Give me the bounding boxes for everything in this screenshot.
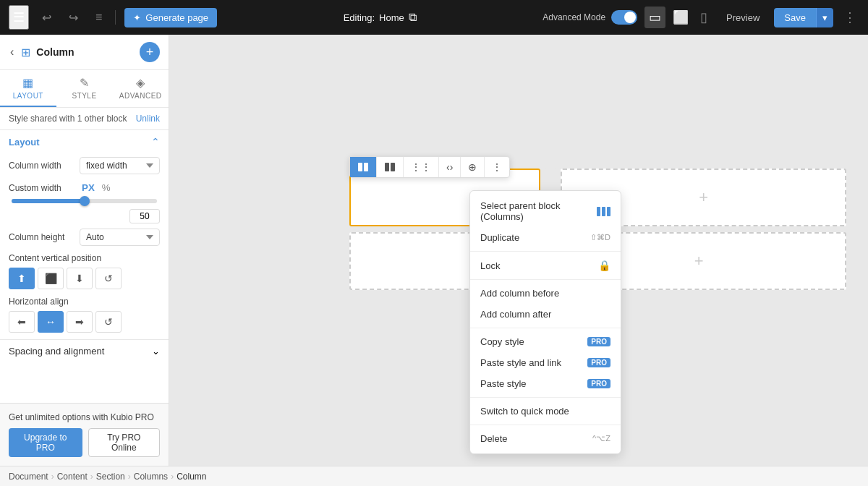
more-options-button[interactable]: ⋮ [841,7,859,28]
content-vertical-row: Content vertical position ⬆ ⬛ ⬇ ↺ [0,250,169,293]
layout-tab-icon: ▦ [22,76,34,90]
ctx-lock-label: Lock [480,260,500,271]
ctx-switch-quick[interactable]: Switch to quick mode [470,401,621,422]
two-col-icon [384,161,396,173]
preview-button[interactable]: Preview [719,8,767,27]
slider-thumb[interactable] [80,196,90,206]
spacing-section-header[interactable]: Spacing and alignment ⌄ [0,339,169,362]
ctx-paste-style[interactable]: Paste style PRO [470,373,621,394]
bc-sep-1: › [51,472,54,482]
history-button[interactable]: ≡ [91,8,106,27]
breadcrumb: Document › Content › Section › Columns ›… [0,466,868,486]
vp-bottom-button[interactable]: ⬇ [67,268,93,289]
ctx-delete-shortcut: ^⌥Z [592,434,610,443]
sidebar: ‹ ⊞ Column + ▦ LAYOUT ✎ STYLE ◈ ADVANCED… [0,35,169,466]
ha-right-button[interactable]: ➡ [67,311,93,333]
bc-sep-2: › [90,472,93,482]
tab-layout[interactable]: ▦ LAYOUT [0,70,56,107]
undo-button[interactable]: ↩ [38,8,56,27]
sidebar-back-button[interactable]: ‹ [9,44,15,60]
ctx-divider-3 [470,328,621,328]
save-dropdown-button[interactable]: ▾ [816,8,833,27]
column-width-row: Column width fixed width [0,153,169,178]
style-shared-notice: Style shared with 1 other block Unlink [0,108,169,130]
add-block-button[interactable]: + [140,42,160,62]
toolbar-more-button[interactable]: ⋮ [485,157,509,177]
bc-columns[interactable]: Columns [134,472,168,482]
advanced-mode-switch[interactable] [611,10,637,25]
sidebar-tabs: ▦ LAYOUT ✎ STYLE ◈ ADVANCED [0,70,169,108]
width-slider-track[interactable] [12,199,157,203]
tab-advanced[interactable]: ◈ ADVANCED [112,70,169,107]
topbar-right: Advanced Mode ▭ ⬜ ▯ Preview Save ▾ ⋮ [542,7,859,28]
ctx-paste-style-link[interactable]: Paste style and link PRO [470,352,621,373]
columns-icon [357,161,369,173]
vp-middle-button[interactable]: ⬛ [38,268,64,289]
editing-info: Editing: Home ⧉ [344,11,417,24]
unlink-link[interactable]: Unlink [136,114,160,124]
width-value-input[interactable]: 50 [129,209,160,223]
toolbar-grid-button[interactable]: ⋮⋮ [404,157,439,177]
sidebar-panel-title: Column [36,46,74,58]
ctx-add-col-after[interactable]: Add column after [470,304,621,325]
svg-rect-0 [358,163,362,171]
toolbar-two-col-button[interactable] [377,157,404,177]
column-width-select[interactable]: fixed width [80,157,160,174]
toolbar-add-button[interactable]: ⊕ [461,157,485,177]
ctx-select-parent[interactable]: Select parent block (Columns) [470,195,621,227]
paste-style-pro-badge: PRO [587,379,610,388]
advanced-tab-icon: ◈ [136,76,145,90]
ctx-copy-style-label: Copy style [480,336,524,347]
ctx-delete[interactable]: Delete ^⌥Z [470,428,621,449]
bc-sep-3: › [128,472,131,482]
page-edit-icon[interactable]: ⧉ [409,11,417,24]
ctx-lock[interactable]: Lock 🔒 [470,255,621,276]
view-icons: ▭ ⬜ ▯ [644,7,712,28]
px-unit-button[interactable]: PX [80,182,97,194]
ctx-select-parent-label: Select parent block (Columns) [480,200,597,222]
tab-style[interactable]: ✎ STYLE [56,70,113,107]
ctx-delete-label: Delete [480,433,508,444]
upgrade-pro-button[interactable]: Upgrade to PRO [9,428,82,457]
context-menu: Select parent block (Columns) Duplicate … [469,190,621,454]
ctx-add-col-before[interactable]: Add column before [470,283,621,304]
bc-section[interactable]: Section [96,472,125,482]
bc-column: Column [176,472,206,482]
width-slider-row [0,197,169,208]
save-button[interactable]: Save [774,8,816,27]
ha-reset-button[interactable]: ↺ [95,311,122,333]
menu-button[interactable]: ☰ [9,5,29,30]
toolbar-columns-button[interactable] [350,157,377,177]
column-height-select[interactable]: Auto [80,229,160,246]
pct-unit-button[interactable]: % [100,182,113,194]
layout-chevron-icon: ⌃ [151,136,160,148]
ha-center-button[interactable]: ↔ [38,311,64,333]
ha-left-button[interactable]: ⬅ [9,311,35,333]
svg-rect-3 [391,163,395,171]
advanced-mode-toggle: Advanced Mode [542,10,637,25]
try-pro-button[interactable]: Try PRO Online [88,428,160,457]
toolbar-arrows-button[interactable]: ‹› [439,157,461,177]
desktop-view-button[interactable]: ▭ [644,7,665,28]
generate-page-button[interactable]: ✦ Generate page [124,8,217,27]
vp-reset-button[interactable]: ↺ [95,268,122,289]
generate-icon: ✦ [133,12,141,23]
redo-button[interactable]: ↪ [64,8,82,27]
ctx-duplicate-label: Duplicate [480,232,519,243]
custom-width-row: Custom width PX % [0,178,169,197]
layout-section-header[interactable]: Layout ⌃ [0,130,169,153]
bc-document[interactable]: Document [9,472,48,482]
custom-width-units: PX % [80,182,113,194]
tablet-view-button[interactable]: ⬜ [668,7,693,28]
ctx-duplicate[interactable]: Duplicate ⇧⌘D [470,227,621,248]
bc-content[interactable]: Content [57,472,88,482]
mobile-view-button[interactable]: ▯ [696,7,712,28]
ctx-divider-2 [470,279,621,280]
sidebar-header: ‹ ⊞ Column + [0,35,169,70]
toggle-thumb [624,12,636,23]
column-height-row: Column height Auto [0,225,169,250]
ctx-copy-style[interactable]: Copy style PRO [470,331,621,352]
vp-top-button[interactable]: ⬆ [9,268,35,289]
promo-buttons: Upgrade to PRO Try PRO Online [9,428,160,457]
add-content-plus-icon-2: + [694,252,704,270]
